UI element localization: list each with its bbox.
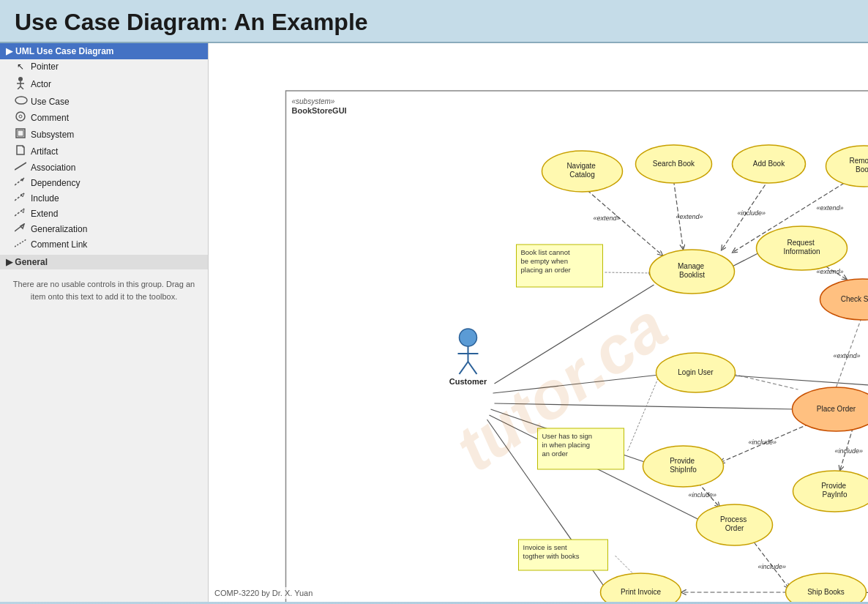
usecase-navigate-catalog-label: Navigate Catalog	[566, 162, 597, 179]
sidebar: ▶ UML Use Case Diagram ↖ Pointer Actor U…	[0, 43, 209, 602]
sidebar-item-subsystem[interactable]: Subsystem	[0, 126, 208, 143]
usecase-add-book-label: Add Book	[753, 160, 785, 168]
footer-text: COMP-3220 by Dr. X. Yuan	[212, 587, 315, 599]
dependency-icon	[15, 177, 26, 188]
label-extend-search: «extend»	[676, 213, 703, 220]
sidebar-label-usecase: Use Case	[31, 97, 70, 107]
usecase-provide-shipinfo-label: Provide ShipInfo	[670, 457, 697, 474]
svg-line-4	[20, 86, 23, 89]
label-extend-check: «extend»	[817, 268, 844, 275]
artifact-icon	[15, 145, 26, 157]
sidebar-item-actor[interactable]: Actor	[0, 74, 208, 94]
sidebar-general-note: There are no usable controls in this gro…	[0, 269, 208, 311]
usecase-search-book-label: Search Book	[653, 160, 695, 168]
label-extend-place: «extend»	[834, 352, 861, 359]
usecase-provide-payinfo-label: Provide PayInfo	[821, 482, 848, 499]
label-include-shipbooks: «include»	[758, 563, 787, 570]
usecase-request-info-label: Request Information	[783, 239, 820, 256]
actor-icon	[15, 76, 26, 92]
arrow-manage-request	[733, 252, 761, 266]
title-bar: Use Case Diagram: An Example	[0, 0, 868, 43]
usecase-icon	[15, 96, 26, 107]
generalization-icon	[15, 223, 26, 234]
svg-line-19	[15, 239, 26, 247]
label-include-pay: «include»	[835, 447, 864, 455]
comment-icon	[15, 111, 26, 124]
sidebar-item-association[interactable]: Association	[0, 160, 208, 175]
note-connector-booklist	[605, 272, 652, 273]
sidebar-label-generalization: Generalization	[31, 224, 87, 234]
label-include-ship: «include»	[749, 439, 777, 446]
sidebar-label-artifact: Artifact	[31, 146, 58, 157]
svg-text:Customer: Customer	[449, 377, 487, 386]
association-icon	[15, 162, 26, 173]
sidebar-item-artifact[interactable]: Artifact	[0, 143, 208, 160]
usecase-place-order-label: Place Order	[817, 405, 856, 413]
sidebar-label-subsystem: Subsystem	[31, 130, 74, 140]
label-include-add: «include»	[738, 209, 766, 217]
subsystem-stereotype: «subsystem»	[292, 97, 335, 105]
sidebar-label-include: Include	[31, 193, 59, 204]
usecase-manage-booklist-label: Manage Booklist	[678, 262, 706, 279]
usecase-login-user-label: Login User	[678, 368, 714, 376]
sidebar-label-actor: Actor	[31, 79, 51, 89]
note-connector-invoice	[616, 556, 634, 574]
sidebar-item-commentlink[interactable]: Comment Link	[0, 236, 208, 252]
page-title: Use Case Diagram: An Example	[15, 9, 368, 35]
label-extend-remove: «extend»	[817, 204, 844, 212]
svg-marker-12	[20, 178, 24, 182]
sidebar-item-comment[interactable]: Comment	[0, 109, 208, 126]
triangle-general-icon: ▶	[6, 257, 15, 267]
extend-icon	[15, 208, 26, 219]
triangle-icon: ▶	[6, 46, 12, 56]
sidebar-general-section: ▶ General	[0, 255, 208, 269]
svg-rect-9	[18, 130, 23, 136]
main-container: Use Case Diagram: An Example ▶ UML Use C…	[0, 0, 868, 604]
usecase-check-status-label: Check Status	[841, 295, 868, 303]
label-include-process: «include»	[689, 491, 717, 499]
note-booklist-text: Book list cannot be empty when placing a…	[521, 248, 572, 274]
sidebar-general-label: General	[15, 257, 48, 267]
content-area: ▶ UML Use Case Diagram ↖ Pointer Actor U…	[0, 43, 868, 602]
sidebar-item-generalization[interactable]: Generalization	[0, 221, 208, 236]
svg-point-7	[19, 115, 22, 118]
commentlink-icon	[15, 239, 26, 250]
svg-point-20	[460, 329, 477, 346]
subsystem-name: BookStoreGUI	[292, 106, 347, 115]
include-icon	[15, 193, 26, 204]
sidebar-note-text: There are no usable controls in this gro…	[13, 280, 195, 301]
svg-marker-18	[20, 224, 24, 228]
sidebar-item-usecase[interactable]: Use Case	[0, 94, 208, 109]
sidebar-label-comment: Comment	[31, 113, 69, 123]
sidebar-label-association: Association	[31, 163, 75, 173]
sidebar-item-extend[interactable]: Extend	[0, 206, 208, 221]
actor-customer: Customer	[449, 329, 487, 386]
svg-line-3	[18, 86, 20, 89]
svg-line-24	[468, 362, 477, 374]
svg-point-5	[15, 97, 27, 104]
svg-line-10	[15, 163, 26, 170]
diagram-svg: «subsystem» BookStoreGUI «extend» «exten…	[209, 43, 868, 602]
sidebar-label-extend: Extend	[31, 209, 58, 219]
svg-point-6	[16, 112, 25, 121]
svg-marker-16	[21, 209, 24, 213]
pointer-icon: ↖	[15, 61, 26, 72]
svg-point-0	[18, 77, 23, 81]
diagram-area: «subsystem» BookStoreGUI «extend» «exten…	[209, 43, 868, 602]
sidebar-item-include[interactable]: Include	[0, 190, 208, 206]
sidebar-header: ▶ UML Use Case Diagram	[0, 43, 208, 59]
sidebar-item-dependency[interactable]: Dependency	[0, 175, 208, 190]
sidebar-label-pointer: Pointer	[31, 61, 59, 72]
label-extend-nav: «extend»	[594, 215, 621, 222]
subsystem-icon	[15, 128, 26, 141]
sidebar-label-commentlink: Comment Link	[31, 239, 87, 250]
usecase-ship-books-label: Ship Books	[807, 588, 845, 596]
usecase-print-invoice-label: Print Invoice	[621, 588, 661, 596]
note-connector-login	[628, 374, 660, 451]
sidebar-header-label: UML Use Case Diagram	[15, 46, 114, 56]
sidebar-item-pointer[interactable]: ↖ Pointer	[0, 59, 208, 74]
sidebar-label-dependency: Dependency	[31, 178, 80, 188]
svg-line-23	[460, 362, 468, 374]
